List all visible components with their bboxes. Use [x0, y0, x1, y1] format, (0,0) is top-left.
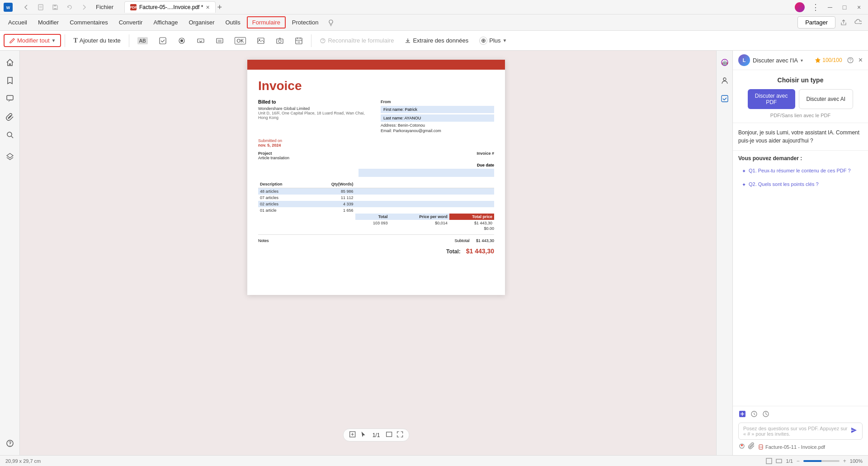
- ai-chat-icon[interactable]: 🤖: [717, 54, 733, 71]
- due-date-field[interactable]: [359, 169, 494, 177]
- rp-clock-icon[interactable]: [762, 410, 770, 420]
- ajouter-texte-btn[interactable]: T Ajouter du texte: [69, 35, 125, 47]
- right-sidebar-strip: 🤖: [716, 51, 732, 455]
- rp-filename: PDF Facture-05-11 - Invoice.pdf: [758, 444, 825, 450]
- person-icon[interactable]: [717, 72, 733, 89]
- share-icon[interactable]: [837, 16, 850, 29]
- sidebar-layers-icon[interactable]: [2, 148, 18, 165]
- fit-page-icon[interactable]: [765, 457, 773, 465]
- ok-btn[interactable]: OK: [230, 35, 251, 47]
- radio-btn[interactable]: [173, 34, 190, 47]
- menu-protection[interactable]: Protection: [288, 17, 323, 28]
- pdf-document: Invoice Billed to Wondershare Global Lim…: [247, 60, 505, 295]
- invoice-num-col: Invoice #: [381, 151, 494, 160]
- close-btn[interactable]: ×: [854, 2, 864, 13]
- row4-desc: 01 article: [258, 207, 307, 214]
- first-name-field[interactable]: First name: Patrick: [381, 106, 494, 113]
- modifier-tout-btn[interactable]: Modifier tout ▼: [4, 34, 61, 47]
- last-name-field[interactable]: Last name: AYANOU: [381, 114, 494, 122]
- file-menu[interactable]: Fichier: [92, 3, 117, 11]
- rp-send-btn[interactable]: [850, 427, 858, 436]
- zoom-in-btn[interactable]: +: [843, 458, 846, 464]
- rp-btn-ai[interactable]: Discuter avec AI: [799, 89, 854, 109]
- row4-c3: [355, 207, 390, 214]
- menu-accueil[interactable]: Accueil: [4, 17, 32, 28]
- row3-c3: [355, 201, 390, 207]
- rp-pdf-link[interactable]: PDF/Sans lien avec le PDF: [738, 113, 863, 118]
- pdf-fullscreen-btn[interactable]: [396, 431, 403, 439]
- list-btn[interactable]: [211, 34, 228, 47]
- reconnaitre-btn: Reconnaître le formulaire: [315, 35, 398, 46]
- toolbar-sep-1: [65, 34, 65, 47]
- add-tab-btn[interactable]: +: [217, 3, 222, 11]
- rp-input-placeholder: Posez des questions sur vos PDF. Appuyez…: [743, 426, 850, 437]
- svg-text:📍: 📍: [740, 444, 744, 448]
- minimize-btn[interactable]: ─: [825, 2, 835, 13]
- zoom-out-btn[interactable]: −: [797, 458, 800, 464]
- menu-formulaire[interactable]: Formulaire: [247, 16, 286, 29]
- totalprice-header: Total price: [449, 214, 494, 220]
- save-icon[interactable]: [49, 1, 61, 14]
- cloud-icon[interactable]: [852, 16, 864, 29]
- svg-text:W: W: [6, 5, 10, 10]
- project-value: Article translation: [258, 156, 372, 160]
- pdf-fit-page-btn[interactable]: [385, 431, 392, 439]
- rp-attachment-icon[interactable]: 📍: [738, 442, 745, 452]
- rp-history-icon[interactable]: [750, 410, 758, 420]
- menu-convertir[interactable]: Convertir: [114, 17, 147, 28]
- image-btn[interactable]: [252, 34, 269, 47]
- menu-commentaires[interactable]: Commentaires: [65, 17, 113, 28]
- dropdown-btn[interactable]: [192, 34, 209, 47]
- total-value: $1 443,30: [466, 247, 494, 255]
- page-num-text: 1/1: [786, 458, 793, 464]
- toolbar: Modifier tout ▼ T Ajouter du texte AB OK…: [0, 31, 868, 51]
- rp-suggestion-1[interactable]: ✦ Q1. Peux-tu résumer le contenu de ces …: [738, 165, 863, 177]
- extraire-btn[interactable]: Extraire des données: [400, 35, 473, 46]
- next-icon[interactable]: [78, 1, 90, 14]
- sidebar-bookmark-icon[interactable]: [2, 72, 18, 89]
- pdf-fit-btn[interactable]: [349, 431, 356, 439]
- menu-outils[interactable]: Outils: [221, 17, 245, 28]
- ab-btn[interactable]: AB: [133, 35, 152, 47]
- check-form-icon[interactable]: [717, 90, 733, 107]
- rp-close-btn[interactable]: ×: [859, 56, 863, 64]
- rp-btn-pdf[interactable]: Discuter avecPDF: [748, 89, 795, 109]
- svg-line-31: [11, 136, 13, 138]
- camera-btn[interactable]: [271, 34, 288, 47]
- svg-rect-35: [386, 432, 392, 437]
- calendar-btn[interactable]: 31: [290, 34, 307, 47]
- check-btn[interactable]: [154, 34, 171, 47]
- menu-organiser[interactable]: Organiser: [184, 17, 219, 28]
- left-sidebar: [0, 51, 20, 455]
- quick-access-row: Fichier: [16, 0, 121, 14]
- menu-affichage[interactable]: Affichage: [149, 17, 182, 28]
- zoom-slider[interactable]: [803, 460, 840, 462]
- sidebar-attachment-icon[interactable]: [2, 109, 18, 125]
- rp-title-chevron[interactable]: ▾: [801, 58, 803, 63]
- close-tab-btn[interactable]: ×: [206, 4, 209, 11]
- row3-c4: [390, 201, 449, 207]
- pdf-two-col: Billed to Wondershare Global Limited Uni…: [258, 100, 494, 133]
- lightbulb-icon[interactable]: [325, 16, 337, 29]
- project-label: Project: [258, 151, 372, 156]
- back-btn[interactable]: [20, 1, 33, 14]
- zero-row: $0.00: [258, 226, 494, 231]
- maximize-btn[interactable]: □: [839, 2, 850, 13]
- rp-suggestion-2[interactable]: ✦ Q2. Quels sont les points clés ?: [738, 179, 863, 190]
- sidebar-search-icon[interactable]: [2, 127, 18, 143]
- pdf-cursor-btn[interactable]: [360, 431, 367, 439]
- sidebar-help-icon[interactable]: [2, 435, 18, 452]
- company-address: Unit D, 16/F, One Capital Place, 18 Luar…: [258, 111, 372, 120]
- more-options-icon[interactable]: ⋮: [810, 2, 821, 13]
- invoice-num-label: Invoice #: [381, 151, 494, 156]
- sidebar-comment-icon[interactable]: [2, 90, 18, 107]
- sidebar-home-icon[interactable]: [2, 54, 18, 71]
- plus-btn[interactable]: ⊕ Plus ▼: [475, 34, 511, 47]
- fit-width-icon[interactable]: [775, 457, 783, 465]
- rp-help-icon[interactable]: [845, 55, 856, 66]
- undo-icon[interactable]: [63, 1, 76, 14]
- partager-btn[interactable]: Partager: [797, 16, 835, 29]
- menu-modifier[interactable]: Modifier: [33, 17, 63, 28]
- rp-paperclip-icon[interactable]: [748, 442, 755, 452]
- svg-rect-18: [258, 38, 264, 43]
